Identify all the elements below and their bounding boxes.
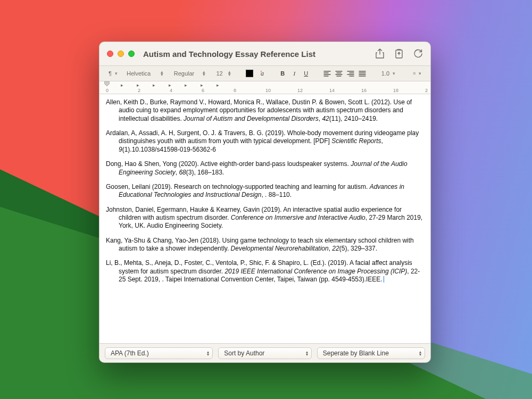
- align-right-button[interactable]: [345, 68, 356, 79]
- pilcrow-icon: ¶: [109, 70, 112, 77]
- ruler-label: 0: [106, 88, 109, 93]
- ruler-label: 14: [329, 88, 335, 93]
- ruler-label: 8: [234, 88, 236, 93]
- ruler-label: 4: [170, 88, 172, 93]
- separator-value: Seperate by Blank Line: [323, 350, 389, 357]
- font-weight-select[interactable]: Regular ▴▾: [170, 68, 210, 79]
- reference-entry: Johnston, Daniel, Egermann, Hauke & Kear…: [106, 206, 424, 230]
- reference-entry: Dong, Hao & Shen, Yong (2020). Active ei…: [106, 160, 424, 177]
- citation-style-value: APA (7th Ed.): [111, 350, 149, 357]
- align-justify-button[interactable]: [357, 68, 368, 79]
- citation-style-select[interactable]: APA (7th Ed.) ▴▾: [105, 347, 213, 359]
- minimize-window-button[interactable]: [118, 51, 124, 57]
- format-toolbar: ¶▾ Helvetica ▴▾ Regular ▴▾ 12 ▴▾ a′ B I …: [99, 65, 430, 81]
- tab-stop-icon[interactable]: ▸: [169, 82, 171, 88]
- ruler-label: 6: [202, 88, 204, 93]
- ruler-label: 2: [138, 88, 140, 93]
- share-button[interactable]: [374, 48, 386, 60]
- separator-select[interactable]: Seperate by Blank Line ▴▾: [317, 347, 425, 359]
- window-title: Autism and Technology Essay Reference Li…: [143, 49, 315, 59]
- tab-stop-icon[interactable]: ▸: [137, 82, 139, 88]
- bold-button[interactable]: B: [277, 68, 288, 79]
- left-margin-marker[interactable]: [104, 81, 110, 87]
- refresh-button[interactable]: [412, 48, 424, 60]
- sort-order-value: Sort by Author: [224, 350, 264, 357]
- highlight-color-button[interactable]: a′: [257, 68, 267, 79]
- sort-order-select[interactable]: Sort by Author ▴▾: [218, 347, 311, 359]
- document-body[interactable]: Allen, Keith D., Burke, Raymond V., Howa…: [99, 94, 430, 343]
- tab-stop-icon[interactable]: ▸: [121, 82, 123, 88]
- svg-point-2: [413, 73, 413, 74]
- ruler-label: 2: [425, 88, 428, 93]
- underline-button[interactable]: U: [301, 68, 311, 79]
- align-left-button[interactable]: [322, 68, 332, 79]
- line-height-select[interactable]: 1.0▾: [378, 68, 399, 79]
- reference-entry: Goosen, Leilani (2019). Research on tech…: [106, 183, 424, 200]
- font-size-select[interactable]: 12 ▴▾: [212, 68, 234, 79]
- align-center-button[interactable]: [334, 68, 344, 79]
- italic-button[interactable]: I: [289, 68, 300, 79]
- ruler-label: 16: [361, 88, 367, 93]
- tab-stop-icon[interactable]: ▸: [217, 82, 219, 88]
- font-weight-value: Regular: [174, 70, 195, 77]
- reference-entry: Ardalan, A, Assadi, A. H, Surgent, O. J.…: [106, 129, 424, 154]
- font-family-value: Helvetica: [127, 70, 151, 77]
- line-height-value: 1.0: [381, 70, 389, 77]
- copy-to-clipboard-button[interactable]: [393, 48, 405, 60]
- ruler-label: 10: [265, 88, 271, 93]
- svg-point-3: [413, 74, 413, 74]
- editor-window: Autism and Technology Essay Reference Li…: [99, 41, 431, 363]
- paragraph-style-select[interactable]: ¶▾: [105, 68, 120, 79]
- footer-toolbar: APA (7th Ed.) ▴▾ Sort by Author ▴▾ Seper…: [99, 343, 430, 362]
- ruler[interactable]: ▸ ▸ ▸ ▸ ▸ ▸ ▸ 0 2 4 6 8 10 12 14 16 18 2: [99, 81, 430, 94]
- tab-stop-icon[interactable]: ▸: [185, 82, 187, 88]
- text-caret: [384, 276, 384, 282]
- list-style-select[interactable]: ▾: [409, 68, 425, 79]
- font-size-value: 12: [216, 70, 222, 77]
- svg-point-1: [413, 72, 413, 73]
- font-family-select[interactable]: Helvetica ▴▾: [123, 68, 167, 79]
- list-icon: [413, 70, 415, 77]
- reference-entry: Allen, Keith D., Burke, Raymond V., Howa…: [106, 98, 424, 123]
- ruler-label: 12: [297, 88, 303, 93]
- titlebar: Autism and Technology Essay Reference Li…: [99, 42, 430, 65]
- reference-entry: Kang, Ya-Shu & Chang, Yao-Jen (2018). Us…: [106, 237, 424, 253]
- ruler-label: 18: [393, 88, 398, 93]
- zoom-window-button[interactable]: [128, 51, 135, 57]
- tab-stop-icon[interactable]: ▸: [201, 82, 203, 88]
- text-color-button[interactable]: [245, 68, 254, 79]
- close-window-button[interactable]: [107, 51, 113, 57]
- tab-stop-icon[interactable]: ▸: [153, 82, 155, 88]
- window-controls: [107, 51, 135, 57]
- reference-entry: Li, B., Mehta, S., Aneja, D., Foster, C.…: [106, 259, 424, 284]
